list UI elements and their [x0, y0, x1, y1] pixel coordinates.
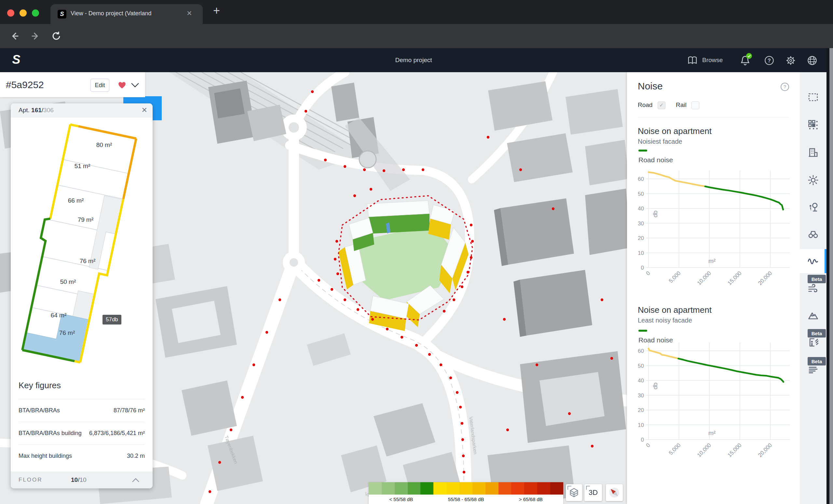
- rail-checkbox[interactable]: [691, 101, 699, 109]
- apt-current: 161: [31, 107, 42, 114]
- tool-noise-active[interactable]: [800, 249, 827, 273]
- svg-text:0: 0: [641, 437, 644, 443]
- tool-views-binoculars[interactable]: [800, 222, 827, 246]
- tool-units-grid[interactable]: [800, 113, 827, 137]
- tab-close-icon[interactable]: ✕: [187, 9, 192, 17]
- floor-plan[interactable]: [11, 117, 152, 380]
- window-close-button[interactable]: [7, 9, 14, 17]
- tool-outdoor-park[interactable]: [800, 195, 827, 219]
- road-checkbox[interactable]: ✓: [658, 101, 665, 109]
- corner-mark: [586, 486, 590, 490]
- app-header: S Setup Explore View Demo project Browse…: [0, 48, 833, 72]
- noise-filter-rail[interactable]: Rail: [676, 101, 699, 109]
- svg-text:10: 10: [638, 250, 644, 256]
- tool-sun[interactable]: [800, 168, 827, 192]
- unit-area-label: 51 m²: [74, 162, 91, 170]
- tool-terrain[interactable]: [800, 303, 827, 327]
- back-icon[interactable]: [9, 30, 20, 42]
- legend-swatch-2: [638, 330, 647, 332]
- layers-cube-button[interactable]: [566, 484, 582, 501]
- new-tab-button[interactable]: +: [213, 4, 220, 18]
- view-3d-label: 3D: [589, 488, 598, 497]
- noise-legend: < 55/58 dB 55/58 - 65/68 dB > 65/68 dB: [369, 482, 563, 504]
- svg-text:0: 0: [645, 270, 651, 276]
- floor-label: FLOOR: [19, 477, 43, 483]
- svg-text:10,000: 10,000: [696, 270, 712, 286]
- legend-label-1: Road noise: [638, 156, 673, 164]
- window-minimize-button[interactable]: [20, 9, 27, 17]
- noise-panel: Noise ? Road ✓ Rail Noise on apartment N…: [627, 72, 800, 504]
- favorite-heart-icon[interactable]: [117, 80, 127, 90]
- svg-text:20: 20: [638, 407, 644, 413]
- proposal-header: #5a9252 Edit: [0, 72, 145, 97]
- svg-text:15,000: 15,000: [726, 442, 742, 458]
- key-figures: Key figures BTA/BRA/BRAs87/78/76 m² BTA/…: [19, 380, 145, 467]
- beta-label: Beta: [811, 276, 822, 282]
- window-zoom-button[interactable]: [32, 9, 39, 17]
- beta-badge: Beta: [808, 329, 826, 337]
- close-icon[interactable]: ✕: [142, 106, 147, 115]
- reload-icon[interactable]: [51, 30, 62, 42]
- road-filter-label: Road: [638, 101, 652, 108]
- forward-icon[interactable]: [30, 30, 41, 42]
- legend-label-mid: 55/58 - 65/68 dB: [433, 497, 498, 502]
- svg-text:20: 20: [638, 235, 644, 241]
- kf-value: 87/78/76 m²: [114, 407, 145, 414]
- tool-buildings[interactable]: [800, 141, 827, 165]
- svg-text:10: 10: [638, 422, 644, 428]
- apartment-card: Apt. 161/306 ✕ 80 m² 51 m² 6: [11, 103, 152, 488]
- svg-text:db: db: [652, 210, 659, 217]
- browser-tab[interactable]: S View - Demo project (Vaterland ✕: [50, 4, 203, 24]
- notifications-bell-icon[interactable]: [739, 55, 751, 66]
- key-figures-title: Key figures: [19, 380, 145, 390]
- browser-toolbar: https://spacemaker.ai/view/pro_demoproje…: [0, 24, 833, 48]
- svg-text:?: ?: [768, 58, 771, 64]
- browse-book-icon[interactable]: [687, 55, 698, 66]
- scrollbar[interactable]: [829, 48, 833, 504]
- analysis-toolbar: [800, 72, 827, 504]
- noise-filter-road[interactable]: Road ✓: [638, 101, 665, 109]
- beta-badge: Beta: [808, 275, 826, 283]
- svg-text:60: 60: [638, 348, 644, 354]
- svg-text:20,000: 20,000: [757, 442, 773, 458]
- help-icon[interactable]: ?: [764, 55, 775, 66]
- svg-text:40: 40: [638, 205, 644, 212]
- floor-current: 10: [71, 476, 78, 483]
- svg-text:db: db: [652, 382, 659, 389]
- noise-tooltip: 57db: [102, 315, 121, 325]
- beta-label: Beta: [811, 359, 822, 364]
- chevron-down-icon[interactable]: [131, 82, 139, 88]
- svg-text:40: 40: [638, 378, 644, 384]
- browser-tab-strip: S View - Demo project (Vaterland ✕ +: [0, 0, 833, 24]
- noise-title: Noise: [638, 81, 663, 92]
- notification-badge-icon: [746, 53, 752, 59]
- key-figure-row: Max height buildings30.2 m: [19, 445, 145, 467]
- legend-label-high: > 65/68 dB: [499, 497, 563, 502]
- beta-badge: Beta: [808, 357, 826, 366]
- noise-help-icon[interactable]: ?: [780, 82, 790, 92]
- svg-text:50: 50: [638, 363, 644, 369]
- floor-down-icon[interactable]: [142, 478, 150, 482]
- kf-value: 30.2 m: [127, 453, 145, 459]
- unit-area-label: 64 m²: [51, 312, 67, 319]
- edit-button[interactable]: Edit: [91, 79, 109, 92]
- apartment-card-header: Apt. 161/306 ✕: [11, 103, 152, 117]
- compass-button[interactable]: [606, 484, 623, 501]
- floor-up-icon[interactable]: [132, 478, 140, 482]
- svg-text:m²: m²: [708, 430, 716, 436]
- unit-area-label: 76 m²: [59, 329, 75, 336]
- window-edge: [827, 48, 829, 504]
- noise-chart-noisiest: 010203040506005,00010,00015,00020,000dbm…: [627, 169, 800, 295]
- settings-gear-icon[interactable]: [785, 55, 796, 66]
- spacemaker-logo[interactable]: S: [9, 53, 23, 68]
- unit-area-label: 80 m²: [96, 142, 112, 149]
- tool-select-marquee[interactable]: [800, 85, 827, 109]
- svg-text:30: 30: [638, 393, 644, 399]
- language-globe-icon[interactable]: [807, 55, 817, 66]
- unit-area-label: 50 m²: [60, 278, 76, 285]
- beta-label: Beta: [811, 331, 822, 336]
- key-figure-row: BTA/BRA/BRAs building6,873/6,186/5,421 m…: [19, 422, 145, 445]
- browse-label[interactable]: Browse: [702, 48, 723, 72]
- view-3d-button[interactable]: 3D: [585, 484, 602, 501]
- key-figure-row: BTA/BRA/BRAs87/78/76 m²: [19, 399, 145, 422]
